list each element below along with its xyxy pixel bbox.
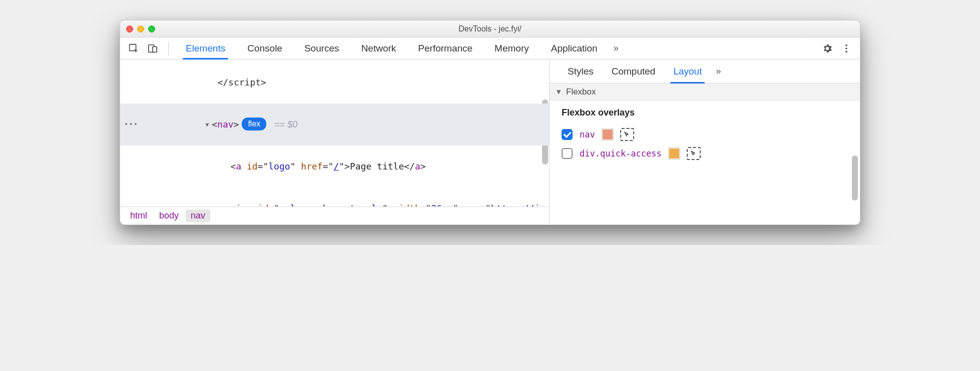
tabs-overflow-button[interactable]: » (610, 43, 623, 54)
window-minimize-button[interactable] (137, 26, 144, 32)
dom-node-script-close[interactable]: </script> (120, 62, 549, 104)
overlay-color-swatch[interactable] (669, 148, 680, 159)
separator (168, 42, 169, 55)
kebab-menu-icon[interactable] (838, 40, 855, 57)
crumb-body[interactable]: body (154, 210, 184, 222)
sidebar-tab-styles[interactable]: Styles (560, 60, 602, 83)
dom-tree[interactable]: </script> <nav>flex== $0 <a id="logo" hr… (120, 60, 549, 206)
tab-memory[interactable]: Memory (484, 38, 539, 59)
svg-rect-2 (153, 46, 157, 52)
dom-node-img[interactable]: <img id="color-scheme-toggle" width="36p… (120, 188, 549, 206)
breadcrumb: html body nav (120, 206, 549, 224)
section-title: Flexbox (566, 87, 596, 97)
devtools-window: DevTools - jec.fyi/ Elements Console Sou… (120, 20, 860, 225)
window-title: DevTools - jec.fyi/ (126, 24, 854, 34)
workspace: </script> <nav>flex== $0 <a id="logo" hr… (120, 60, 860, 224)
device-toolbar-icon[interactable] (144, 40, 161, 57)
flex-badge[interactable]: flex (242, 118, 266, 131)
tab-network[interactable]: Network (351, 38, 406, 59)
titlebar: DevTools - jec.fyi/ (120, 20, 860, 38)
dom-node-anchor[interactable]: <a id="logo" href="/">Page title</a> (120, 146, 549, 188)
flexbox-section-header[interactable]: Flexbox (550, 84, 860, 100)
tab-sources[interactable]: Sources (294, 38, 349, 59)
settings-gear-icon[interactable] (819, 40, 836, 57)
crumb-nav[interactable]: nav (186, 210, 210, 222)
overlay-element-name[interactable]: nav (580, 130, 595, 140)
flexbox-section-body: Flexbox overlays nav div.quick-access (550, 100, 860, 224)
overlay-highlight-icon[interactable] (687, 147, 701, 160)
svg-point-3 (845, 44, 847, 46)
tab-application[interactable]: Application (541, 38, 608, 59)
sidebar-tabs-overflow[interactable]: » (712, 66, 725, 76)
selected-node-marker: == $0 (274, 120, 297, 130)
overlay-highlight-icon[interactable] (620, 128, 634, 141)
sidebar-tab-layout[interactable]: Layout (665, 60, 710, 83)
styles-sidebar: Styles Computed Layout » Flexbox Flexbox… (550, 60, 860, 224)
flexbox-overlays-title: Flexbox overlays (562, 108, 848, 118)
overlay-checkbox[interactable] (562, 148, 573, 159)
crumb-html[interactable]: html (125, 210, 152, 222)
main-tab-strip: Elements Console Sources Network Perform… (120, 38, 860, 60)
overlay-row-quick-access: div.quick-access (562, 144, 848, 163)
overlay-color-swatch[interactable] (602, 129, 613, 140)
sidebar-tab-computed[interactable]: Computed (604, 60, 664, 83)
traffic-lights (126, 26, 155, 32)
elements-panel: </script> <nav>flex== $0 <a id="logo" hr… (120, 60, 550, 224)
dom-node-nav[interactable]: <nav>flex== $0 (120, 104, 549, 146)
svg-point-4 (845, 48, 847, 50)
overlay-checkbox[interactable] (562, 129, 573, 140)
svg-point-5 (845, 50, 847, 52)
tab-console[interactable]: Console (237, 38, 292, 59)
window-close-button[interactable] (126, 26, 133, 32)
expand-caret-icon[interactable] (204, 119, 210, 130)
window-zoom-button[interactable] (148, 26, 155, 32)
overlay-row-nav: nav (562, 125, 848, 144)
scrollbar-thumb[interactable] (852, 156, 858, 200)
tab-performance[interactable]: Performance (408, 38, 482, 59)
tab-elements[interactable]: Elements (176, 38, 235, 59)
overlay-element-name[interactable]: div.quick-access (580, 148, 662, 158)
sidebar-tab-strip: Styles Computed Layout » (550, 60, 860, 84)
section-caret-icon (557, 86, 561, 97)
inspect-element-icon[interactable] (125, 40, 142, 57)
